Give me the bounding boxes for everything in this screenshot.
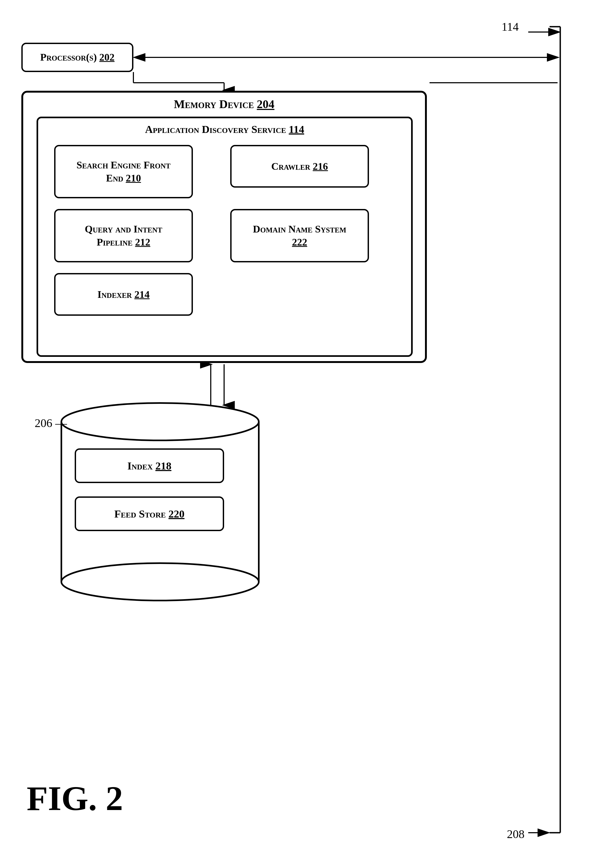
svg-text:114: 114 xyxy=(501,20,519,33)
dns-box: Domain Name System222 xyxy=(230,209,369,262)
feedstore-label: Feed Store 220 xyxy=(114,508,184,520)
indexer-box: Indexer 214 xyxy=(54,273,193,316)
dns-label: Domain Name System222 xyxy=(253,223,346,249)
crawler-label: Crawler 216 xyxy=(271,161,328,172)
qip-box: Query and IntentPipeline 212 xyxy=(54,209,193,262)
diagram: 114 Processor(s) 202 xyxy=(0,0,616,861)
sefe-label: Search Engine FrontEnd 210 xyxy=(77,159,171,185)
processor-box: Processor(s) 202 xyxy=(21,43,134,72)
ref-208: 208 xyxy=(507,827,525,841)
memory-label: Memory Device 204 xyxy=(23,98,425,111)
index-box: Index 218 xyxy=(75,449,224,483)
processor-number: 202 xyxy=(99,52,115,63)
indexer-label: Indexer 214 xyxy=(97,288,149,300)
ads-label: Application Discovery Service 114 xyxy=(38,123,411,135)
processor-text: Processor(s) xyxy=(40,52,97,63)
index-label: Index 218 xyxy=(127,460,171,472)
svg-point-24 xyxy=(61,403,259,441)
figure-label: FIG. 2 xyxy=(27,778,123,818)
crawler-box: Crawler 216 xyxy=(230,145,369,187)
memory-box: Memory Device 204 Application Discovery … xyxy=(21,91,427,363)
feedstore-box: Feed Store 220 xyxy=(75,496,224,531)
svg-point-23 xyxy=(61,563,259,601)
ref-206: 206 — xyxy=(35,416,67,430)
processor-label: Processor(s) 202 xyxy=(40,51,115,64)
qip-label: Query and IntentPipeline 212 xyxy=(85,223,162,249)
sefe-box: Search Engine FrontEnd 210 xyxy=(54,145,193,198)
ads-box: Application Discovery Service 114 Search… xyxy=(36,116,413,357)
